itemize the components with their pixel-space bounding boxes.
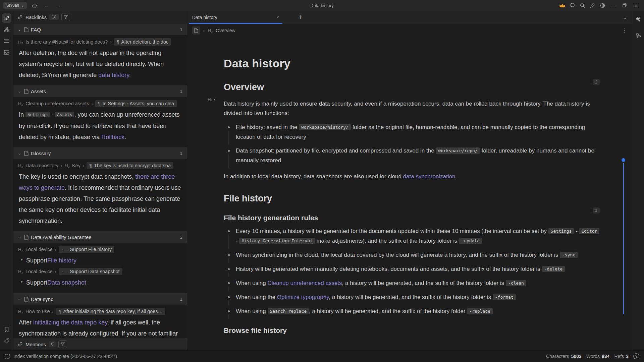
mentions-filter-button[interactable] [58,340,67,348]
backlink-doc-faq[interactable]: ⌄ FAQ 1 [13,23,187,35]
backlink-breadcrumb[interactable]: H₂ How to use › ¶ After initializing the… [13,306,187,316]
list-item[interactable]: When using the Optimize typography, a hi… [236,293,602,302]
heading-generation-rules[interactable]: File history generation rules [224,214,602,222]
list-item[interactable]: Data snapshot: partitioned by file, encr… [236,146,602,165]
list-item[interactable]: File history: saved in the workspace/his… [236,123,602,142]
crumb-text: Local device [25,247,53,252]
backlink-paragraph[interactable]: In Settings - Assets, you can clean up u… [13,109,187,143]
scrollbar-thumb-line[interactable] [623,163,624,314]
backlink-list-item[interactable]: Support File history [13,254,187,266]
ref-link[interactable]: Data snapshot [47,278,86,288]
backlink-doc-assets[interactable]: ⌄ Assets 1 [13,85,187,97]
backlink-breadcrumb[interactable]: H₂ Local device › ·— Support File histor… [13,244,187,254]
dock-bookmark-button[interactable] [2,325,11,334]
chevron-right-icon: › [55,269,56,274]
restore-button[interactable] [620,1,629,9]
kbd-chip: Settings [25,112,50,117]
ref-link[interactable]: Rollback [101,134,124,140]
ref-link[interactable]: Optimize typography [277,294,329,300]
ref-link[interactable]: File history [47,255,76,265]
dock-graph-global-button[interactable] [634,31,643,40]
backlink-breadcrumb[interactable]: H₂ Cleanup unreferenced assets › ¶ In Se… [13,99,187,109]
chevron-down-icon: ⌄ [18,27,22,32]
help-button[interactable]: ? [633,353,639,359]
cloud-sync-button[interactable] [30,2,39,9]
list-item[interactable]: History will be generated when manually … [236,264,602,274]
text: When synchronizing in the cloud, the loc… [236,252,560,258]
backlink-count-badge[interactable]: 1 [593,207,600,214]
list-item[interactable]: When using Search replace, a history wil… [236,307,602,316]
chevron-right-icon: › [55,247,56,252]
kbd-chip: Search replace [268,308,309,314]
backlink-breadcrumb[interactable]: H₂ Data repository › H₃ Key › ¶ The key … [13,161,187,171]
heading-browse-file-history[interactable]: Browse file history [224,326,602,335]
dock-backlinks-button[interactable] [2,13,11,23]
crumb-chip[interactable]: ·— Support File history [59,246,114,253]
breadcrumb-heading[interactable]: Overview [216,28,235,33]
backlink-doc-glossary[interactable]: ⌄ Glossary 1 [13,147,187,159]
crumb-chip[interactable]: ¶ After deletion, the doc [114,38,171,46]
text: In addition to local data history, data … [224,173,403,180]
kbd-chip: -replace [467,308,493,314]
heading-file-history[interactable]: File history [224,193,602,204]
backlink-breadcrumb[interactable]: H₂ Local device › ·— Support Data snapsh… [13,266,187,277]
backlink-doc-data-availability[interactable]: ⌄ Data Availability Guarantee 2 [13,231,187,243]
dock-outline-button[interactable] [2,36,11,46]
list-item[interactable]: When using Cleanup unreferenced assets, … [236,279,602,288]
backlink-breadcrumb[interactable]: H₂ Is there any #Note# for deleting docs… [13,37,187,47]
more-options-button[interactable]: ⋮ [622,27,627,34]
edit-mode-button[interactable] [588,2,596,9]
backlink-block: H₂ Cleanup unreferenced assets › ¶ In Se… [13,97,187,147]
paragraph[interactable]: Data history is mainly used to ensure da… [224,99,602,118]
dock-tag-button[interactable] [2,336,11,346]
window-title: Data history [310,3,333,8]
h2-marker: H₂ [208,97,212,102]
theme-toggle-button[interactable] [598,2,606,9]
dock-graph-button[interactable] [2,25,11,34]
backlinks-filter-button[interactable] [61,13,70,21]
back-button[interactable]: ← [42,2,51,9]
backlink-doc-data-sync[interactable]: ⌄ Data sync 1 [13,293,187,305]
restore-icon [623,3,627,7]
ref-link[interactable]: Cleanup unreferenced assets [268,280,342,286]
breadcrumb-doc-button[interactable] [192,26,200,35]
list-item[interactable]: When synchronizing in the cloud, the loc… [236,250,602,260]
list-item[interactable]: Every 10 minutes, a history will be gene… [236,227,602,246]
ref-link[interactable]: initializing the data repo key [33,319,107,326]
h3-marker: H₃ [65,163,70,168]
dock-graph-local-button[interactable] [634,15,643,24]
app-menu-button[interactable]: SiYuan ⌄ [3,2,27,9]
dock-inbox-button[interactable] [2,48,11,57]
backlink-paragraph[interactable]: After initializing the data repo key, if… [13,316,187,338]
crumb-chip[interactable]: ¶ The key is used to encrypt data sna [87,162,173,169]
tab-list-button[interactable]: ⌄ [623,14,627,20]
backlinks-header: Backlinks 10 [13,11,187,23]
subscribe-button[interactable] [558,2,566,9]
crumb-chip[interactable]: ·— Support Data snapshot [59,268,122,275]
scrollbar-thumb-dot[interactable] [622,158,625,162]
cloud-icon [32,3,38,8]
new-tab-button[interactable]: + [299,13,303,21]
tab-data-history[interactable]: Data history × [187,11,284,24]
doc-title-heading[interactable]: Data history [224,57,602,70]
marketplace-button[interactable] [568,2,576,9]
backlink-paragraph[interactable]: After deletion, the doc will not appear … [13,47,187,81]
mentions-header[interactable]: Mentions 6 [13,338,187,350]
forward-button[interactable]: → [54,2,63,9]
heading-overview[interactable]: Overview [224,82,602,93]
crumb-chip[interactable]: ¶ In Settings - Assets, you can clea [95,100,177,107]
paragraph[interactable]: In addition to local data history, data … [224,172,602,181]
document-scroll-area[interactable]: Data history 2 Overview H₂ ▾ Data histor… [187,37,632,350]
heading-gutter-marker[interactable]: H₂ ▾ [208,97,215,102]
crumb-text: How to use [25,309,50,314]
backlink-paragraph[interactable]: The key is used to encrypt data snapshot… [13,171,187,227]
tab-close-button[interactable]: × [276,15,279,20]
ref-link[interactable]: data synchronization [403,173,455,180]
tag-icon [4,338,9,344]
close-window-button[interactable]: × [631,1,641,9]
crumb-chip[interactable]: ¶ After initializing the data repo key, … [56,308,165,315]
ref-link[interactable]: data history [98,72,129,78]
backlink-list-item[interactable]: Support Data snapshot [13,277,187,289]
minimize-button[interactable]: — [608,1,618,9]
global-search-button[interactable] [578,2,586,9]
